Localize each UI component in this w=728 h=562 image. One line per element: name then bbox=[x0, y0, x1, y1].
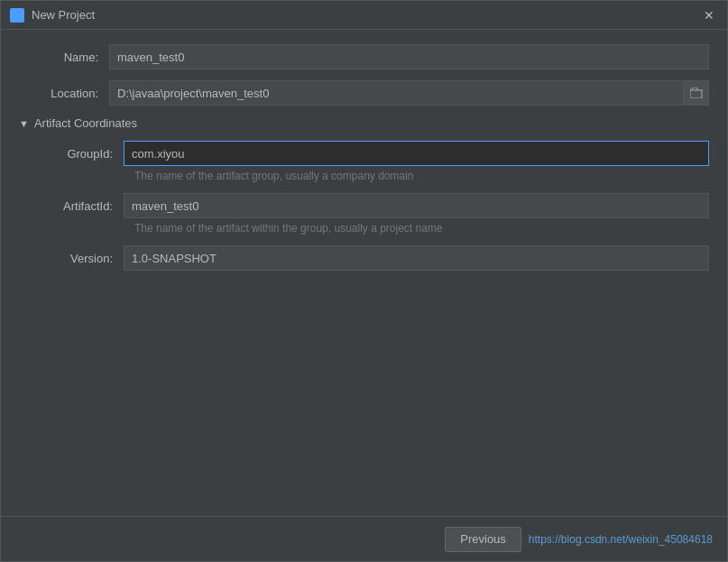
groupid-input[interactable] bbox=[124, 141, 709, 166]
artifactid-row: ArtifactId: bbox=[33, 193, 709, 218]
close-button[interactable]: ✕ bbox=[700, 7, 718, 23]
name-label: Name: bbox=[19, 51, 109, 64]
version-row: Version: bbox=[33, 245, 709, 271]
title-bar: New Project ✕ bbox=[1, 1, 727, 30]
artifactid-hint: The name of the artifact within the grou… bbox=[33, 222, 709, 235]
version-input[interactable] bbox=[124, 245, 709, 271]
location-label: Location: bbox=[19, 87, 109, 100]
section-collapse-arrow[interactable]: ▼ bbox=[19, 118, 29, 129]
new-project-dialog: New Project ✕ Name: Location: bbox=[0, 0, 728, 562]
svg-rect-2 bbox=[12, 16, 16, 21]
svg-rect-1 bbox=[18, 10, 23, 14]
previous-button[interactable]: Previous bbox=[445, 527, 521, 552]
artifactid-label: ArtifactId: bbox=[33, 199, 124, 213]
artifactid-input[interactable] bbox=[124, 193, 709, 218]
groupid-label: GroupId: bbox=[33, 147, 124, 161]
groupid-hint: The name of the artifact group, usually … bbox=[33, 170, 709, 182]
title-bar-left: New Project bbox=[10, 8, 95, 23]
dialog-footer: Previous https://blog.csdn.net/weixin_45… bbox=[1, 516, 727, 561]
svg-rect-3 bbox=[18, 16, 23, 21]
svg-rect-0 bbox=[12, 10, 16, 14]
app-icon bbox=[10, 8, 24, 23]
watermark-link: https://blog.csdn.net/weixin_45084618 bbox=[529, 533, 713, 546]
artifact-section-content: GroupId: The name of the artifact group,… bbox=[19, 141, 709, 271]
groupid-row: GroupId: bbox=[33, 141, 709, 166]
location-input-group bbox=[109, 80, 709, 106]
svg-rect-4 bbox=[690, 90, 702, 98]
name-input[interactable] bbox=[109, 44, 709, 69]
browse-button[interactable] bbox=[684, 80, 709, 106]
dialog-content: Name: Location: ▼ Artifact Coordinates bbox=[1, 30, 727, 516]
version-label: Version: bbox=[33, 252, 124, 265]
location-input[interactable] bbox=[109, 80, 684, 106]
dialog-title: New Project bbox=[32, 8, 95, 22]
name-row: Name: bbox=[19, 44, 709, 69]
artifact-section-title: Artifact Coordinates bbox=[34, 116, 137, 130]
artifact-section-header: ▼ Artifact Coordinates bbox=[19, 116, 709, 130]
location-row: Location: bbox=[19, 80, 709, 106]
